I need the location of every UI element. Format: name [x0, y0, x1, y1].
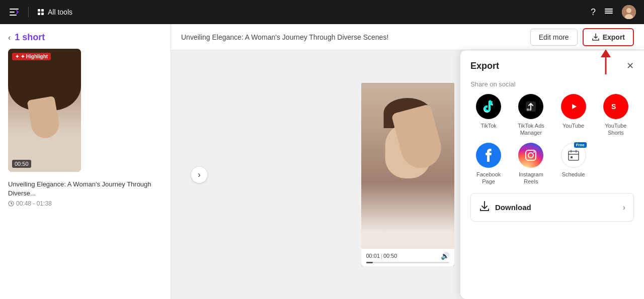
content-area: Unveiling Elegance: A Woman's Journey Th…	[171, 24, 644, 299]
svg-point-8	[626, 8, 631, 13]
header-actions: Edit more Export	[530, 28, 634, 46]
clock-icon	[8, 201, 14, 207]
topnav-right-actions: ?	[591, 5, 636, 19]
instagram-icon	[518, 143, 543, 168]
facebook-icon	[476, 143, 501, 168]
social-item-facebook[interactable]: Facebook Page	[470, 143, 507, 185]
total-time: 00:50	[383, 253, 397, 259]
schedule-icon: Free	[561, 143, 586, 168]
app-logo[interactable]	[8, 6, 20, 18]
video-frame	[361, 83, 454, 249]
sidebar-title: 1 short	[15, 32, 45, 43]
tiktok-icon	[476, 94, 501, 119]
svg-text:S: S	[611, 103, 616, 111]
svg-text:Biz: Biz	[527, 108, 531, 111]
video-player-area: › 00:01 | 00:50	[171, 50, 644, 299]
video-duration: 00:48 - 01:38	[8, 200, 163, 207]
time-separator: |	[381, 253, 382, 259]
tiktok-ads-icon: Biz	[518, 94, 543, 119]
menu-icon[interactable]	[604, 6, 614, 19]
download-button[interactable]: Download ›	[470, 193, 634, 222]
video-player[interactable]: 00:01 | 00:50 🔊	[361, 83, 454, 266]
back-button[interactable]: ‹	[8, 33, 11, 42]
video-title: Unveiling Elegance: A Woman's Journey Th…	[8, 180, 163, 198]
face-overlay	[384, 98, 432, 178]
sidebar: ‹ 1 short ✦ ✦ Highlight 00:50 Unveiling …	[0, 24, 171, 299]
all-tools-link[interactable]: All tools	[37, 8, 72, 16]
download-icon	[479, 201, 490, 214]
social-item-youtube-shorts[interactable]: S YouTube Shorts	[598, 94, 634, 137]
social-grid: TikTok Biz TikTok Ads Manager	[470, 94, 634, 185]
main-layout: ‹ 1 short ✦ ✦ Highlight 00:50 Unveiling …	[0, 24, 644, 299]
tiktok-label: TikTok	[480, 122, 496, 129]
next-video-button[interactable]: ›	[191, 167, 207, 183]
video-thumbnail[interactable]: ✦ ✦ Highlight 00:50	[8, 49, 81, 172]
export-arrow	[597, 49, 615, 75]
svg-rect-0	[38, 9, 40, 12]
highlight-badge: ✦ ✦ Highlight	[12, 53, 51, 60]
video-info: Unveiling Elegance: A Woman's Journey Th…	[8, 180, 163, 207]
svg-rect-5	[605, 11, 613, 12]
social-item-tiktok-ads[interactable]: Biz TikTok Ads Manager	[513, 94, 549, 137]
social-item-tiktok[interactable]: TikTok	[470, 94, 507, 137]
social-item-youtube[interactable]: YouTube	[555, 94, 592, 137]
video-progress-bar[interactable]	[366, 262, 449, 263]
facebook-label: Facebook Page	[470, 171, 507, 185]
download-btn-left: Download	[479, 201, 531, 214]
content-header: Unveiling Elegance: A Woman's Journey Th…	[171, 24, 644, 50]
sidebar-header: ‹ 1 short	[8, 32, 163, 43]
svg-rect-22	[569, 151, 579, 160]
top-navigation: All tools ?	[0, 0, 644, 24]
video-time-row: 00:01 | 00:50 🔊	[366, 252, 449, 260]
youtube-icon	[561, 94, 586, 119]
video-controls: 00:01 | 00:50 🔊	[361, 249, 454, 266]
youtube-shorts-label: YouTube Shorts	[598, 122, 634, 137]
edit-more-button[interactable]: Edit more	[530, 29, 578, 46]
close-export-button[interactable]: ✕	[626, 60, 634, 71]
svg-marker-12	[601, 49, 611, 57]
video-progress-fill	[366, 262, 373, 263]
chevron-right-icon: ›	[623, 203, 625, 212]
volume-icon[interactable]: 🔊	[441, 252, 449, 260]
export-panel-title: Export	[470, 61, 499, 71]
svg-rect-23	[571, 156, 573, 158]
current-time: 00:01	[366, 253, 380, 259]
youtube-shorts-icon: S	[603, 94, 628, 119]
help-icon[interactable]: ?	[591, 7, 596, 18]
user-avatar[interactable]	[622, 5, 636, 19]
svg-rect-4	[605, 9, 613, 10]
social-item-schedule[interactable]: Free Schedule	[555, 143, 592, 185]
export-button[interactable]: Export	[583, 28, 634, 46]
download-label: Download	[495, 203, 531, 212]
thumb-image	[8, 49, 81, 172]
content-title: Unveiling Elegance: A Woman's Journey Th…	[181, 33, 388, 41]
all-tools-label: All tools	[48, 8, 72, 16]
youtube-label: YouTube	[562, 122, 584, 129]
svg-rect-6	[605, 13, 613, 14]
svg-point-20	[528, 153, 533, 158]
svg-rect-1	[41, 9, 44, 12]
svg-point-21	[533, 151, 535, 153]
svg-rect-3	[41, 13, 44, 15]
tiktok-ads-label: TikTok Ads Manager	[513, 122, 549, 137]
svg-rect-2	[38, 13, 40, 15]
export-panel: Export ✕ Share on social TikTok	[460, 50, 644, 299]
red-arrow-icon	[597, 49, 615, 75]
share-on-social-label: Share on social	[470, 80, 634, 88]
social-item-instagram[interactable]: Instagram Reels	[513, 143, 549, 185]
nav-divider	[28, 7, 29, 17]
instagram-label: Instagram Reels	[513, 171, 549, 185]
video-duration-badge: 00:50	[12, 160, 31, 168]
export-icon	[592, 33, 600, 41]
free-badge: Free	[574, 142, 587, 148]
schedule-label: Schedule	[562, 171, 585, 178]
